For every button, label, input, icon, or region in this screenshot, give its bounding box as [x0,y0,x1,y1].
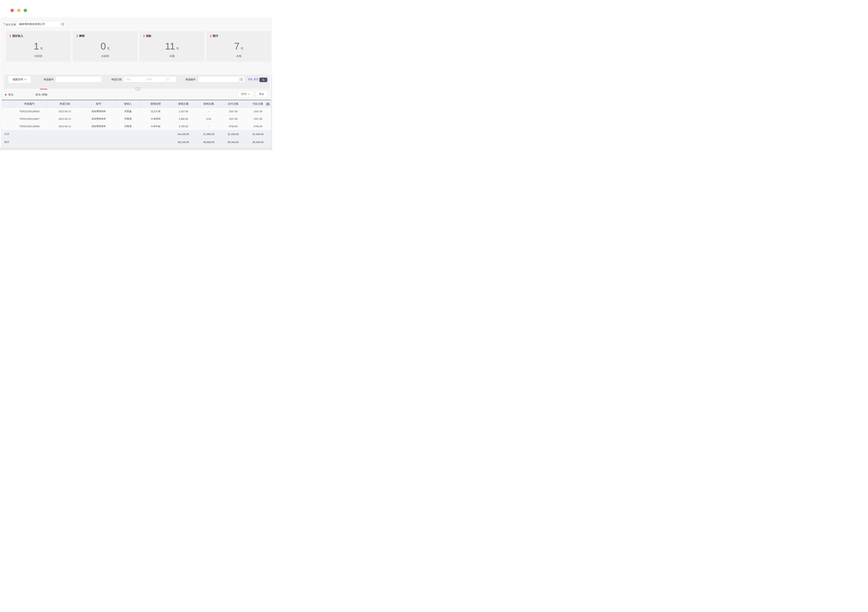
stat-card-2: 摊销0笔未核销 [73,31,138,62]
column-header-2: 单据日期 [48,100,82,108]
view-manage-button[interactable]: 视图管理 [8,76,31,83]
column-header-label: 报销总额 [178,102,189,105]
cell: 郑银霞 [115,123,141,130]
row-checkbox[interactable] [5,110,8,113]
table-row[interactable]: TERD22051200072022-05-12差旅费报销单郑银霞出差报销3,9… [2,115,271,123]
subtotal-row: 小计64,426.6031,990.0032,436.6032,436.60 [2,130,271,138]
cell: -- [196,123,221,130]
table-header-row: 单据编号单据日期期号报销人报销说明报销总额核销总额应付总额付款总额 [2,100,271,108]
reset-link[interactable]: 重置 [254,78,259,81]
view-mode-label-1[interactable]: 表头 [8,93,14,96]
column-header-1: 单据编号 [11,100,48,108]
entity-select-input[interactable]: 杨斯维特股份有限公司 [17,21,67,28]
entity-value: 杨斯维特股份有限公司 [19,23,61,26]
stat-unit: 笔 [177,47,179,50]
view-mode-radio-1[interactable] [5,93,7,96]
stat-caption: 待核销 [6,54,71,58]
calendar-icon[interactable] [166,78,169,81]
red-tick-icon [144,35,144,37]
select-all-header-cell [2,100,11,108]
column-header-label: 核销总额 [203,102,214,105]
doc-date-range-wrap: ~ [124,76,176,82]
cell: 差旅费报销单 [82,108,115,115]
red-tick-icon [10,35,11,37]
stat-card-title: 项目收入 [12,34,23,38]
footer-value: 49,900.00 [196,138,221,146]
table-footer: 小计64,426.6031,990.0032,436.6032,436.60合计… [2,130,271,146]
search-button[interactable] [259,77,267,82]
required-asterisk: * [4,23,5,26]
stat-count: 1 [34,41,39,51]
cell: 1537.00 [245,108,271,115]
export-label: 导出 [259,93,264,96]
stat-caption: 未核销 [73,54,138,58]
cell: 周景鑫 [115,108,141,115]
stat-card-3: 借款11笔余额 [140,31,204,62]
list-picker-icon[interactable] [239,78,243,81]
doc-no-input-wrap [56,76,102,82]
stat-count: 11 [165,41,175,51]
cell: 出差补贴 [141,123,170,130]
table-row[interactable]: TERD22051300032022-05-13差旅费报销单周景鑫北京出差1,5… [2,108,271,115]
column-header-4: 报销人 [115,100,141,108]
print-button[interactable]: 打印 [238,91,253,98]
view-mode-radio-2[interactable] [32,93,34,96]
column-header-7: 核销总额 [196,100,221,108]
select-all-checkbox[interactable] [5,102,8,105]
stat-card-1: 项目收入1笔待核销 [6,31,71,62]
cell: TERD2205130003 [11,108,48,115]
stat-unit: 笔 [40,47,43,50]
cell: 1537.00 [221,115,245,122]
doc-no2-input[interactable] [200,78,239,81]
footer-value: 31,990.00 [196,130,221,138]
bottom-band [0,147,272,150]
column-header-label: 期号 [96,102,101,105]
column-header-label: 付款总额 [253,102,263,105]
doc-no2-label: 单据编号 [185,74,196,85]
close-button[interactable] [11,9,14,12]
export-button[interactable]: 导出 [256,91,268,98]
cell: 郑银霞 [115,115,141,122]
cell: 0.00 [196,115,221,122]
column-header-5: 报销说明 [141,100,170,108]
cell: 3700.00 [245,123,271,130]
date-start-input[interactable] [126,78,144,81]
column-header-label: 应付总额 [228,102,238,105]
cell: 1,537.00 [170,108,196,115]
footer-value: 32,436.60 [245,130,271,138]
adjust-link[interactable]: 调整 [248,78,253,81]
footer-value: 88,246.60 [170,138,196,146]
column-settings-icon[interactable] [266,102,270,106]
cell: TERD2205120006 [11,123,48,130]
row-checkbox[interactable] [5,125,8,128]
stat-card-title: 摊销 [79,34,85,38]
filter-collapse-button[interactable] [136,87,140,90]
cell: 北京出差 [141,108,170,115]
date-separator: ~ [145,78,146,81]
row-select-cell [2,115,11,122]
cell: 3,700.00 [170,123,196,130]
list-picker-icon[interactable] [61,23,64,25]
cell: 2022-05-13 [48,108,82,115]
stat-card-title: 借款 [146,34,151,38]
table-body: TERD22051300032022-05-13差旅费报销单周景鑫北京出差1,5… [2,108,271,130]
column-header-label: 报销人 [124,102,132,105]
documents-table: 单据编号单据日期期号报销人报销说明报销总额核销总额应付总额付款总额 TERD22… [2,100,271,146]
footer-value: 38,346.60 [221,138,245,146]
date-end-input[interactable] [147,78,166,81]
minimize-button[interactable] [17,9,20,12]
doc-no-input[interactable] [57,78,100,81]
view-mode-label-2[interactable]: 表头+明细 [36,93,47,96]
cell: 1537.00 [221,108,245,115]
right-edge-strip [271,74,272,150]
print-label: 打印 [241,93,246,96]
stat-card-4: 预付7笔余额 [206,31,271,62]
grand-total-row: 合计88,246.6049,900.0038,346.6038,346.60 [2,138,271,146]
column-header-label: 单据编号 [24,102,34,105]
entity-form-label-row: * 会计主体 [4,21,16,28]
table-row[interactable]: TERD22051200062022-05-12差旅费报销单郑银霞出差补贴3,7… [2,123,271,130]
row-checkbox[interactable] [5,118,8,120]
maximize-button[interactable] [23,9,27,12]
footer-row-label: 小计 [2,130,170,138]
cell: -- [196,108,221,115]
